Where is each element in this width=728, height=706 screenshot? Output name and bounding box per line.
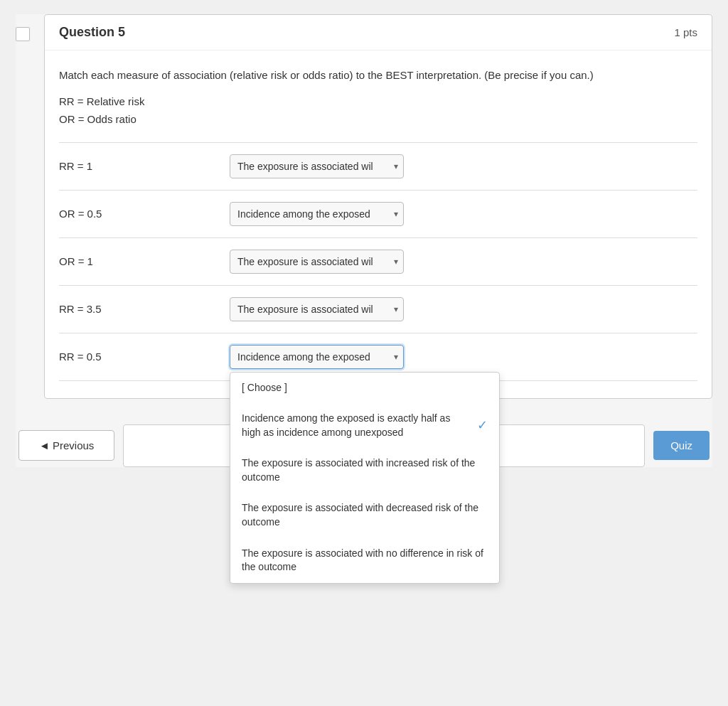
match-label-rr35: RR = 3.5 bbox=[59, 303, 215, 315]
match-rows-container: RR = 1 The exposure is associated wil ▾ … bbox=[59, 142, 697, 381]
definition-rr: RR = Relative risk bbox=[59, 95, 697, 107]
match-label-or05: OR = 0.5 bbox=[59, 208, 215, 220]
question-header: Question 5 1 pts bbox=[45, 15, 712, 50]
match-row-rr05: RR = 0.5 Incidence among the exposed ▾ [… bbox=[59, 333, 697, 381]
question-title: Question 5 bbox=[59, 25, 125, 40]
match-row-rr35: RR = 3.5 The exposure is associated wil … bbox=[59, 286, 697, 333]
select-rr35[interactable]: The exposure is associated wil bbox=[230, 297, 404, 321]
match-row-or1: OR = 1 The exposure is associated wil ▾ bbox=[59, 238, 697, 286]
select-or05[interactable]: Incidence among the exposed bbox=[230, 202, 404, 226]
select-rr05[interactable]: Incidence among the exposed bbox=[230, 345, 404, 369]
match-row-or05: OR = 0.5 Incidence among the exposed ▾ bbox=[59, 191, 697, 238]
dropdown-item-decreased-risk[interactable]: The exposure is associated with decrease… bbox=[230, 493, 499, 537]
select-or1[interactable]: The exposure is associated wil bbox=[230, 250, 404, 274]
check-icon: ✓ bbox=[477, 417, 488, 434]
select-wrapper-rr05: Incidence among the exposed ▾ [ Choose ]… bbox=[230, 345, 404, 369]
match-label-or1: OR = 1 bbox=[59, 255, 215, 267]
select-wrapper-or1: The exposure is associated wil ▾ bbox=[230, 250, 404, 274]
select-wrapper-or05: Incidence among the exposed ▾ bbox=[230, 202, 404, 226]
definition-or: OR = Odds ratio bbox=[59, 113, 697, 125]
select-wrapper-rr35: The exposure is associated wil ▾ bbox=[230, 297, 404, 321]
dropdown-popup-rr05: [ Choose ] Incidence among the exposed i… bbox=[230, 372, 500, 584]
select-wrapper-rr1: The exposure is associated wil ▾ bbox=[230, 154, 404, 178]
dropdown-item-increased-risk[interactable]: The exposure is associated with increase… bbox=[230, 448, 499, 493]
match-label-rr1: RR = 1 bbox=[59, 160, 215, 172]
match-row-rr1: RR = 1 The exposure is associated wil ▾ bbox=[59, 143, 697, 191]
dropdown-item-choose[interactable]: [ Choose ] bbox=[230, 373, 499, 404]
dropdown-item-incidence-half[interactable]: Incidence among the exposed is exactly h… bbox=[230, 403, 499, 448]
question-points: 1 pts bbox=[674, 26, 697, 38]
select-rr1[interactable]: The exposure is associated wil bbox=[230, 154, 404, 178]
match-label-rr05: RR = 0.5 bbox=[59, 351, 215, 363]
previous-button[interactable]: ◄ Previous bbox=[18, 430, 114, 461]
question-prompt: Match each measure of association (relat… bbox=[59, 68, 697, 84]
question-checkbox[interactable] bbox=[16, 27, 30, 41]
quiz-button[interactable]: Quiz bbox=[653, 431, 710, 460]
dropdown-item-no-difference[interactable]: The exposure is associated with no diffe… bbox=[230, 538, 499, 583]
